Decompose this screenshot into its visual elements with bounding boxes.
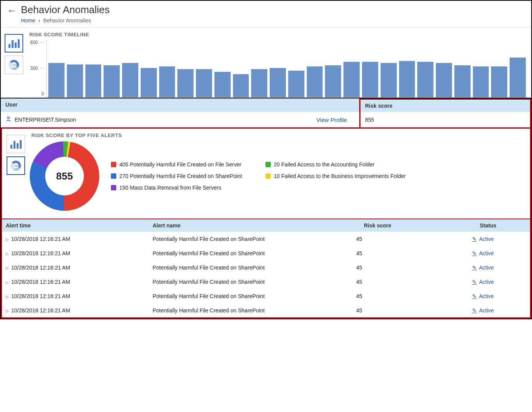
expand-icon[interactable]: ▷ (6, 252, 9, 256)
alert-name-cell: Potentially Harmful File Created on Shar… (153, 250, 356, 256)
bar-chart-toggle-button[interactable] (5, 34, 23, 53)
timeline-bar[interactable] (288, 71, 304, 97)
alerts-body: ▷10/28/2018 12:16:21 AMPotentially Harmf… (2, 232, 530, 317)
risk-score-timeline-section: RISK SCORE TIMELINE 600 300 0 (1, 28, 531, 98)
alert-name-cell: Potentially Harmful File Created on Shar… (153, 279, 356, 285)
table-row[interactable]: ▷10/28/2018 12:16:21 AMPotentially Harmf… (2, 232, 530, 246)
alert-status-label: Active (479, 250, 494, 256)
timeline-bar[interactable] (343, 62, 360, 97)
topfive-title: RISK SCORE BY TOP FIVE ALERTS (31, 132, 525, 138)
timeline-bar[interactable] (104, 65, 120, 97)
legend-swatch-icon (111, 185, 116, 190)
timeline-bar[interactable] (177, 69, 194, 97)
alert-status-label: Active (479, 293, 494, 299)
risk-score-value: 855 (365, 117, 374, 123)
alert-time-cell: ▷10/28/2018 12:16:21 AM (6, 279, 153, 285)
donut-chart-icon (9, 60, 19, 70)
timeline-bar[interactable] (214, 72, 231, 97)
alerts-header-score: Risk score (360, 219, 476, 232)
alert-score-cell: 45 (356, 250, 472, 256)
topfive-donut-chart[interactable]: 855 (30, 141, 99, 211)
alert-time-cell: ▷10/28/2018 12:16:21 AM (6, 236, 153, 242)
expand-icon[interactable]: ▷ (6, 309, 9, 313)
alert-time-cell: ▷10/28/2018 12:16:21 AM (6, 307, 153, 314)
expand-icon[interactable]: ▷ (6, 237, 9, 242)
bar-chart-icon (8, 39, 20, 48)
edit-icon[interactable]: ✎ (472, 307, 477, 314)
alert-status-cell[interactable]: ✎Active (472, 250, 526, 256)
timeline-chart-area: RISK SCORE TIMELINE 600 300 0 (28, 32, 527, 98)
alerts-header-time: Alert time (2, 219, 149, 232)
timeline-bar[interactable] (48, 63, 65, 97)
y-tick-label: 0 (41, 91, 44, 97)
topfive-area: RISK SCORE BY TOP FIVE ALERTS 855 405 Po… (30, 132, 525, 211)
alert-status-cell[interactable]: ✎Active (472, 293, 526, 299)
user-data-cell: ENTERPRISE\T.Simpson View Profile (1, 112, 359, 127)
timeline-bar[interactable] (362, 62, 378, 97)
timeline-bar[interactable] (122, 63, 138, 97)
user-header-label: User (1, 98, 359, 112)
timeline-bar[interactable] (473, 66, 489, 97)
timeline-bar[interactable] (454, 65, 471, 97)
edit-icon[interactable]: ✎ (472, 250, 477, 256)
alert-status-cell[interactable]: ✎Active (472, 307, 526, 314)
table-row[interactable]: ▷10/28/2018 12:16:21 AMPotentially Harmf… (2, 275, 530, 289)
alerts-header-status: Status (476, 219, 530, 232)
user-info: ENTERPRISE\T.Simpson (5, 116, 76, 124)
timeline-bar[interactable] (233, 74, 249, 97)
timeline-bar[interactable] (325, 65, 341, 97)
timeline-bar[interactable] (381, 63, 397, 97)
timeline-bar[interactable] (491, 66, 507, 97)
table-row[interactable]: ▷10/28/2018 12:16:21 AMPotentially Harmf… (2, 246, 530, 260)
alert-status-cell[interactable]: ✎Active (472, 279, 526, 285)
timeline-bar[interactable] (251, 69, 267, 97)
edit-icon[interactable]: ✎ (472, 264, 477, 271)
timeline-title: RISK SCORE TIMELINE (29, 32, 527, 37)
timeline-bar[interactable] (85, 64, 102, 97)
alert-score-cell: 45 (356, 236, 472, 242)
timeline-bar[interactable] (159, 66, 175, 97)
topfive-legend: 405 Potentially Harmful File Created on … (111, 161, 406, 191)
view-profile-link[interactable]: View Profile (316, 117, 355, 123)
risk-score-header-label: Risk score (359, 98, 531, 112)
alert-time-cell: ▷10/28/2018 12:16:21 AM (6, 264, 153, 271)
user-data-row: ENTERPRISE\T.Simpson View Profile 855 (1, 112, 531, 129)
timeline-bar[interactable] (270, 68, 286, 97)
alerts-header-row: Alert time Alert name Risk score Status (2, 219, 530, 232)
alert-status-cell[interactable]: ✎Active (472, 236, 526, 242)
edit-icon[interactable]: ✎ (472, 293, 477, 299)
expand-icon[interactable]: ▷ (6, 266, 9, 270)
alert-status-label: Active (479, 236, 494, 242)
donut-chart-toggle-button-2[interactable] (7, 156, 25, 175)
breadcrumb-home-link[interactable]: Home (21, 17, 35, 24)
bar-chart-toggle-button-2[interactable] (7, 135, 25, 153)
timeline-bars-area[interactable] (46, 40, 527, 98)
edit-icon[interactable]: ✎ (472, 279, 477, 285)
table-row[interactable]: ▷10/28/2018 12:16:21 AMPotentially Harmf… (2, 303, 530, 317)
breadcrumb: Home › Behavior Anomalies (21, 17, 525, 24)
timeline-chart: 600 300 0 (28, 40, 527, 98)
user-icon (5, 116, 12, 124)
timeline-bar[interactable] (436, 63, 452, 97)
timeline-bar[interactable] (417, 62, 433, 97)
timeline-bar[interactable] (510, 58, 526, 97)
expand-icon[interactable]: ▷ (6, 295, 9, 299)
timeline-bar[interactable] (141, 68, 157, 97)
alert-status-label: Active (479, 307, 494, 314)
expand-icon[interactable]: ▷ (6, 280, 9, 285)
page-header: ← Behavior Anomalies Home › Behavior Ano… (1, 1, 531, 28)
timeline-bar[interactable] (399, 61, 415, 97)
timeline-bar[interactable] (307, 66, 323, 97)
alert-time-cell: ▷10/28/2018 12:16:21 AM (6, 293, 153, 299)
legend-col-right: 20 Failed Access to the Accounting Folde… (265, 161, 406, 179)
table-row[interactable]: ▷10/28/2018 12:16:21 AMPotentially Harmf… (2, 260, 530, 275)
timeline-bar[interactable] (67, 64, 83, 97)
alert-status-cell[interactable]: ✎Active (472, 264, 526, 271)
alerts-header-name: Alert name (149, 219, 360, 232)
donut-chart-toggle-button[interactable] (5, 56, 23, 74)
back-arrow-icon[interactable]: ← (7, 5, 17, 17)
alert-status-label: Active (479, 264, 494, 271)
table-row[interactable]: ▷10/28/2018 12:16:21 AMPotentially Harmf… (2, 289, 530, 303)
timeline-bar[interactable] (196, 69, 212, 97)
edit-icon[interactable]: ✎ (472, 236, 477, 242)
